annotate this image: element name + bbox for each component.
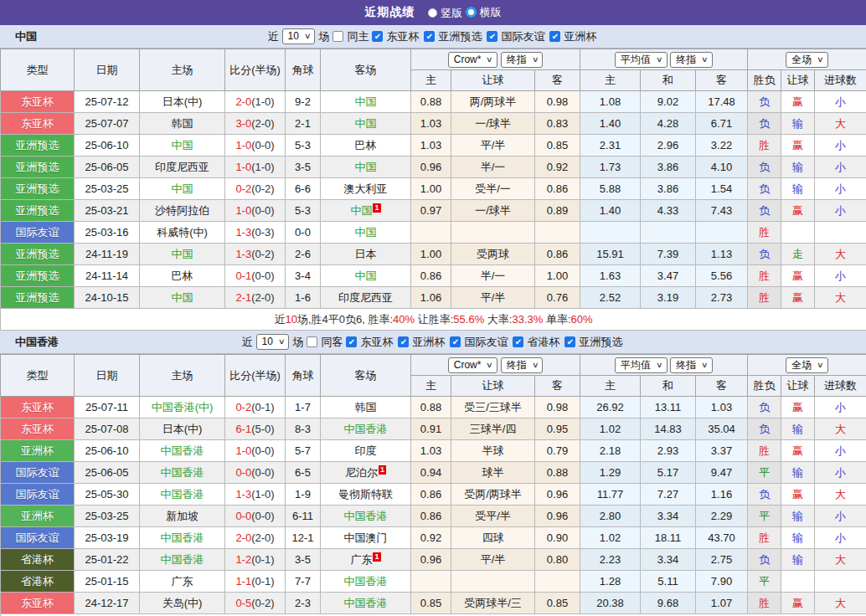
- handicap-odds-cell: 0.88: [411, 91, 451, 113]
- chevron-down-icon: ∨: [817, 359, 824, 371]
- result-cell: [815, 571, 866, 593]
- period-select[interactable]: 全场∨: [786, 357, 828, 373]
- average-odds-cell: 5.56: [696, 265, 748, 287]
- average-odds-cell: 2.93: [641, 440, 696, 462]
- bookmaker-select[interactable]: Crow*∨: [448, 52, 497, 68]
- result-cell: 负: [748, 244, 781, 265]
- date-cell: 25-03-16: [75, 222, 140, 244]
- handicap-odds-cell: 0.94: [411, 462, 451, 484]
- handicap-odds-cell: 平/半: [451, 135, 535, 157]
- games-label: 场: [292, 335, 303, 350]
- chevron-down-icon: ∨: [656, 359, 663, 371]
- match-type-cell: 国际友谊: [1, 484, 75, 506]
- match-type-cell: 亚洲预选: [1, 265, 75, 287]
- odds-time-select[interactable]: 终指∨: [501, 52, 544, 68]
- checkbox-empty[interactable]: [332, 31, 343, 42]
- check-icon[interactable]: ✔: [346, 336, 357, 347]
- corners-cell: 3-5: [286, 549, 321, 571]
- column-subheader: 主: [411, 70, 451, 91]
- check-icon[interactable]: ✔: [487, 31, 497, 42]
- away-team-cell: 中国1: [321, 200, 411, 222]
- radio-horizontal-layout[interactable]: 横版: [466, 5, 502, 20]
- odds-time-select-2[interactable]: 终指∨: [670, 52, 713, 68]
- red-card-badge: 1: [373, 552, 380, 562]
- match-row: 亚洲预选25-06-10中国1-0(0-0)5-3巴林1.03平/半0.852.…: [1, 135, 866, 157]
- check-icon[interactable]: ✔: [513, 336, 523, 347]
- corners-cell: 5-3: [286, 200, 321, 222]
- average-odds-cell: [696, 222, 748, 244]
- bookmaker-select[interactable]: Crow*∨: [448, 357, 497, 373]
- home-team-cell: 韩国: [140, 113, 225, 135]
- average-select[interactable]: 平均值∨: [615, 357, 668, 373]
- average-odds-cell: 9.47: [696, 462, 748, 484]
- match-row: 亚洲预选24-11-19中国1-3(0-2)2-6日本1.00受两球0.8615…: [1, 244, 866, 265]
- score-cell: 1-0(0-0): [225, 440, 286, 462]
- result-cell: 大: [815, 484, 866, 506]
- handicap-odds-cell: 0.96: [411, 157, 451, 178]
- average-odds-cell: 9.68: [641, 593, 696, 614]
- match-type-cell: 东亚杯: [1, 397, 75, 418]
- column-subheader: 胜负: [748, 70, 781, 91]
- result-cell: 平: [748, 571, 781, 593]
- average-select[interactable]: 平均值∨: [615, 52, 668, 68]
- handicap-odds-cell: [451, 222, 535, 244]
- date-cell: 24-11-14: [75, 265, 140, 287]
- checkbox-empty[interactable]: [307, 336, 317, 347]
- result-cell: 负: [748, 91, 781, 113]
- chevron-down-icon: ∨: [486, 359, 493, 371]
- recent-count-select[interactable]: 10∨: [256, 334, 290, 350]
- average-odds-cell: 17.48: [696, 91, 748, 113]
- handicap-odds-cell: [411, 571, 451, 593]
- handicap-odds-cell: 两/两球半: [451, 91, 535, 113]
- odds-time-select[interactable]: 终指∨: [501, 357, 544, 373]
- column-header: 角球: [286, 355, 321, 397]
- home-team-cell: 中国: [140, 287, 225, 309]
- results-table-1: 类型日期主场比分(半场)角球客场Crow*∨ 终指∨平均值∨ 终指∨全场∨主让球…: [0, 354, 866, 616]
- score-cell: 1-2(0-1): [225, 549, 286, 571]
- handicap-odds-cell: 半球: [451, 440, 535, 462]
- check-icon[interactable]: ✔: [424, 31, 435, 42]
- league-label: 东亚杯: [386, 29, 419, 44]
- average-odds-cell: 1.16: [696, 484, 748, 506]
- chevron-down-icon: ∨: [701, 54, 709, 65]
- handicap-odds-cell: 0.86: [411, 484, 451, 506]
- corners-cell: 3-4: [286, 265, 321, 287]
- check-icon[interactable]: ✔: [549, 31, 560, 42]
- result-cell: 输: [781, 113, 815, 135]
- period-select[interactable]: 全场∨: [786, 52, 828, 68]
- column-header: 比分(半场): [225, 49, 286, 91]
- handicap-odds-cell: 0.97: [411, 200, 451, 222]
- corners-cell: 1-9: [286, 484, 321, 506]
- match-type-cell: 东亚杯: [1, 113, 75, 135]
- column-header: 客场: [321, 49, 411, 91]
- average-odds-cell: 3.47: [641, 265, 696, 287]
- sections-container: 中国近10∨场同主✔东亚杯✔亚洲预选✔国际友谊✔亚洲杯类型日期主场比分(半场)角…: [0, 25, 866, 616]
- result-cell: [781, 571, 815, 593]
- corners-cell: 0-0: [286, 222, 321, 244]
- date-cell: 25-01-15: [75, 571, 140, 593]
- result-cell: 赢: [781, 265, 815, 287]
- handicap-odds-cell: 0.90: [535, 527, 580, 549]
- corners-cell: 5-7: [286, 440, 321, 462]
- average-odds-cell: 7.90: [696, 571, 748, 593]
- average-odds-cell: 26.92: [580, 397, 641, 418]
- average-odds-cell: 1.63: [580, 265, 641, 287]
- check-icon[interactable]: ✔: [398, 336, 409, 347]
- check-icon[interactable]: ✔: [564, 336, 575, 347]
- column-header: 客场: [321, 355, 411, 397]
- match-row: 省港杯25-01-22中国香港1-2(0-1)3-5广东10.96平/半0.80…: [1, 549, 866, 571]
- odds-time-select-2[interactable]: 终指∨: [670, 357, 713, 373]
- result-cell: 输: [781, 527, 815, 549]
- recent-label: 近: [242, 335, 253, 350]
- match-row: 亚洲预选25-03-25中国0-2(0-2)6-6澳大利亚1.00受半/一0.8…: [1, 178, 866, 200]
- recent-count-select[interactable]: 10∨: [282, 28, 316, 44]
- average-odds-cell: 1.73: [580, 157, 641, 178]
- match-type-cell: 省港杯: [1, 571, 75, 593]
- average-odds-cell: 3.34: [641, 549, 696, 571]
- score-cell: 0-2(0-2): [225, 178, 286, 200]
- match-type-cell: 亚洲预选: [1, 178, 75, 200]
- radio-vertical-layout[interactable]: 竖版: [428, 6, 462, 21]
- check-icon[interactable]: ✔: [372, 31, 383, 42]
- average-odds-cell: 9.02: [641, 91, 696, 113]
- check-icon[interactable]: ✔: [450, 336, 461, 347]
